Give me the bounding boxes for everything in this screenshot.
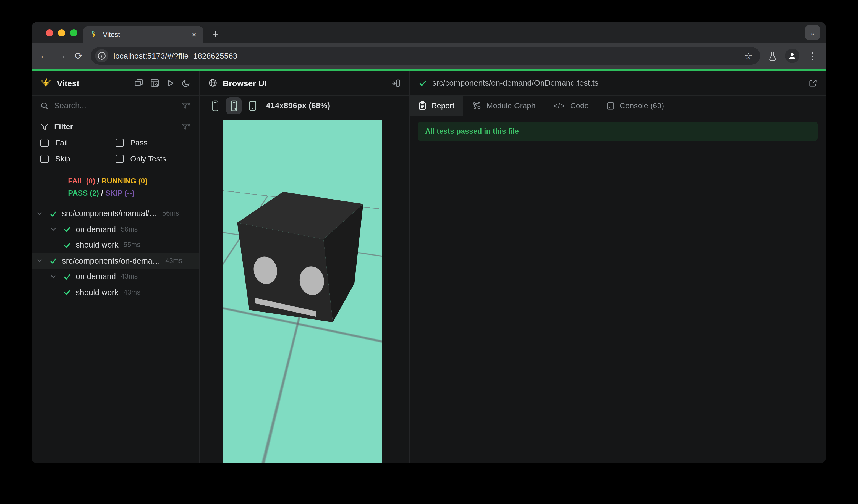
module-graph-icon	[472, 101, 481, 110]
duration-label: 43ms	[165, 257, 182, 265]
pass-check-icon	[63, 225, 71, 233]
tree-test-row[interactable]: should work 55ms	[32, 237, 199, 253]
funnel-icon	[41, 123, 49, 131]
tab-module-graph[interactable]: Module Graph	[463, 96, 544, 115]
traffic-lights	[46, 29, 77, 36]
tab-close-icon[interactable]: ✕	[191, 31, 197, 38]
checkbox[interactable]	[115, 155, 124, 163]
favicon-vitest-icon	[90, 30, 98, 39]
duration-label: 43ms	[124, 289, 140, 296]
all-tests-passed-banner: All tests passed in this file	[418, 121, 817, 141]
summary-line-1: FAIL (0) / RUNNING (0)	[68, 175, 199, 187]
minimize-window-button[interactable]	[58, 29, 65, 36]
experiments-flask-icon[interactable]	[768, 51, 777, 61]
chevron-down-icon[interactable]	[36, 210, 44, 217]
duration-label: 55ms	[124, 241, 140, 249]
filter-heading: Filter	[54, 122, 73, 131]
vitest-ui: Vitest	[32, 71, 826, 463]
search-icon	[41, 101, 49, 110]
pass-check-icon	[49, 209, 58, 218]
indent-guide	[40, 221, 41, 250]
open-external-icon[interactable]	[809, 79, 817, 87]
person-icon	[788, 52, 796, 60]
checkbox[interactable]	[41, 139, 49, 147]
tree-suite-row[interactable]: on demand 43ms	[32, 269, 199, 284]
device-toolbar: 414x896px (68%)	[200, 96, 409, 116]
checkbox[interactable]	[115, 139, 124, 147]
robot-cube-3d	[223, 120, 382, 463]
tab-title: Vitest	[103, 31, 186, 38]
pass-check-icon	[63, 288, 71, 296]
reload-button[interactable]: ⟳	[75, 50, 83, 62]
site-info-icon[interactable]	[95, 49, 109, 63]
filter-option-skip[interactable]: Skip	[41, 154, 115, 163]
indent-guide	[40, 269, 41, 297]
tab-console[interactable]: Console (69)	[598, 96, 673, 115]
device-phone-small-button[interactable]	[207, 97, 223, 114]
test-tree: src/components/manual/… 56ms on demand 5…	[32, 204, 199, 463]
browser-ui-header: Browser UI	[200, 71, 409, 96]
tab-report[interactable]: Report	[410, 96, 463, 115]
sidebar: Vitest	[32, 71, 200, 463]
duration-label: 56ms	[121, 226, 138, 233]
forward-button[interactable]: →	[57, 50, 66, 61]
chevron-down-icon[interactable]	[36, 257, 44, 264]
code-icon: </>	[553, 101, 566, 110]
address-bar[interactable]: localhost:5173/#/?file=1828625563 ☆	[91, 47, 760, 65]
bookmark-star-icon[interactable]: ☆	[744, 51, 752, 61]
chevron-down-icon[interactable]	[50, 273, 58, 280]
device-phone-plus-button-selected[interactable]	[226, 97, 242, 114]
browser-ui-title: Browser UI	[223, 78, 267, 87]
tab-strip: Vitest ✕ + ⌄	[32, 22, 826, 43]
indent-guide	[54, 284, 54, 297]
browser-window: Vitest ✕ + ⌄ ← → ⟳ localhost:5173/#/?fil…	[32, 22, 826, 463]
tree-file-row[interactable]: src/components/manual/… 56ms	[32, 206, 199, 221]
viewport-size-label: 414x896px (68%)	[266, 101, 330, 110]
pass-check-icon	[418, 79, 427, 87]
app-title: Vitest	[57, 78, 79, 87]
device-tablet-button[interactable]	[245, 97, 260, 114]
filter-panel: Filter Fail Pass	[32, 116, 199, 171]
tree-suite-row[interactable]: on demand 56ms	[32, 221, 199, 237]
accent-top-line	[32, 68, 826, 71]
search-input[interactable]	[54, 101, 176, 110]
collapse-tests-icon[interactable]	[134, 79, 143, 87]
pass-check-icon	[63, 273, 71, 281]
profile-avatar[interactable]	[785, 49, 799, 63]
chevron-down-icon[interactable]	[50, 226, 58, 233]
tree-test-row[interactable]: should work 43ms	[32, 284, 199, 300]
filter-option-fail[interactable]: Fail	[41, 138, 115, 147]
tree-file-row-selected[interactable]: src/components/on-dema… 43ms	[32, 253, 199, 269]
tested-page-viewport[interactable]	[223, 120, 382, 463]
tab-code[interactable]: </> Code	[544, 96, 598, 115]
browser-tab[interactable]: Vitest ✕	[83, 26, 204, 43]
duration-label: 56ms	[162, 210, 179, 217]
test-file-path: src/components/on-demand/OnDemand.test.t…	[432, 79, 599, 87]
dock-panel-icon[interactable]	[391, 78, 400, 87]
browser-toolbar: ← → ⟳ localhost:5173/#/?file=1828625563 …	[32, 43, 826, 68]
clear-filter-icon[interactable]	[181, 101, 190, 110]
tab-search-button[interactable]: ⌄	[805, 25, 821, 40]
report-panel: src/components/on-demand/OnDemand.test.t…	[410, 71, 826, 463]
checkbox[interactable]	[41, 155, 49, 163]
console-icon	[606, 101, 615, 110]
report-tabs: Report Module Graph </> Code	[410, 96, 826, 116]
sidebar-header: Vitest	[32, 71, 199, 96]
zoom-window-button[interactable]	[70, 29, 77, 36]
summary-line-2: PASS (2) / SKIP (--)	[68, 187, 199, 199]
test-summary: FAIL (0) / RUNNING (0) PASS (2) / SKIP (…	[32, 171, 199, 204]
filter-option-only-tests[interactable]: Only Tests	[115, 154, 190, 163]
browser-menu-button[interactable]: ⋮	[808, 50, 817, 62]
close-window-button[interactable]	[46, 29, 53, 36]
search-row	[32, 96, 199, 116]
viewport-area	[200, 116, 409, 463]
new-tab-button[interactable]: +	[212, 28, 218, 40]
globe-icon	[208, 79, 217, 87]
dark-mode-moon-icon[interactable]	[182, 79, 190, 87]
screen: Vitest ✕ + ⌄ ← → ⟳ localhost:5173/#/?fil…	[0, 0, 858, 504]
dashboard-icon[interactable]	[150, 79, 159, 87]
back-button[interactable]: ←	[39, 50, 49, 61]
filter-option-pass[interactable]: Pass	[115, 138, 190, 147]
clear-filter-icon[interactable]	[181, 123, 190, 131]
run-all-play-icon[interactable]	[166, 79, 175, 87]
